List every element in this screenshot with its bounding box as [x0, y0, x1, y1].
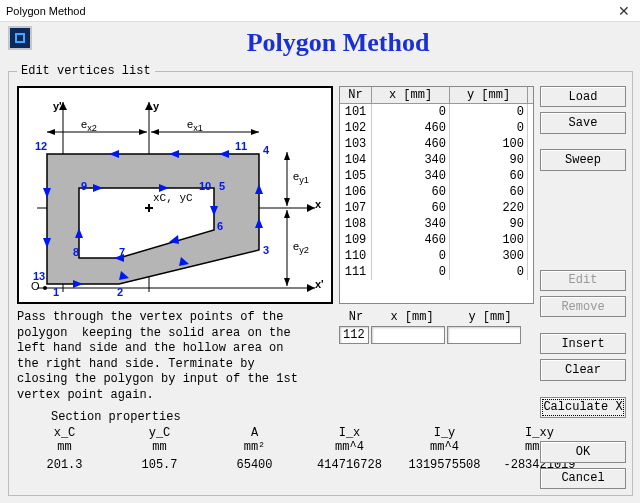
vertex-num: 2	[117, 286, 123, 298]
cell-nr: 101	[340, 104, 372, 120]
table-row[interactable]: 10100	[340, 104, 533, 120]
cell-nr: 105	[340, 168, 372, 184]
cell-x: 0	[372, 104, 450, 120]
cell-y: 0	[450, 264, 528, 280]
ok-button[interactable]: OK	[540, 441, 626, 462]
vertex-num: 9	[81, 180, 87, 192]
inp-hdr-nr: Nr	[339, 310, 373, 324]
svg-marker-20	[284, 278, 290, 286]
input-nr[interactable]	[339, 326, 369, 344]
cell-x: 0	[372, 248, 450, 264]
main-fieldset: Edit vertices list	[8, 64, 633, 496]
cell-y: 100	[450, 136, 528, 152]
clear-button[interactable]: Clear	[540, 359, 626, 380]
col-a: A	[207, 426, 302, 440]
val-xc: 201.3	[17, 458, 112, 472]
cell-y: 0	[450, 104, 528, 120]
table-row[interactable]: 11100	[340, 264, 533, 280]
cell-x: 340	[372, 216, 450, 232]
svg-marker-8	[307, 204, 315, 212]
table-row[interactable]: 1024600	[340, 120, 533, 136]
cancel-button[interactable]: Cancel	[540, 468, 626, 489]
vertex-num: 6	[217, 220, 223, 232]
input-x[interactable]	[371, 326, 445, 344]
edit-button[interactable]: Edit	[540, 270, 626, 291]
cell-y: 0	[450, 120, 528, 136]
svg-marker-6	[145, 102, 153, 110]
vertex-num: 1	[53, 286, 59, 298]
vertex-num: 13	[33, 270, 45, 282]
inp-hdr-x: x [mm]	[373, 310, 451, 324]
cell-nr: 103	[340, 136, 372, 152]
x-label: x	[315, 198, 321, 210]
unit: mm²	[207, 440, 302, 454]
svg-point-2	[43, 286, 47, 290]
val-a: 65400	[207, 458, 302, 472]
remove-button[interactable]: Remove	[540, 296, 626, 317]
vertex-num: 10	[199, 180, 211, 192]
ey1-label: ey1	[293, 170, 309, 185]
table-row[interactable]: 109460100	[340, 232, 533, 248]
vertices-table[interactable]: Nr x [mm] y [mm] 10100102460010346010010…	[339, 86, 534, 304]
cell-nr: 102	[340, 120, 372, 136]
table-row[interactable]: 10434090	[340, 152, 533, 168]
cell-nr: 107	[340, 200, 372, 216]
xprime-label: x'	[315, 278, 324, 290]
cell-y: 60	[450, 184, 528, 200]
cell-y: 220	[450, 200, 528, 216]
vertex-num: 11	[235, 140, 247, 152]
fieldset-legend: Edit vertices list	[17, 64, 155, 78]
cell-x: 60	[372, 184, 450, 200]
cell-x: 460	[372, 120, 450, 136]
close-icon[interactable]: ✕	[610, 2, 638, 20]
page-title: Polygon Method	[36, 28, 640, 58]
ex2-label: ex2	[81, 118, 97, 133]
cell-y: 100	[450, 232, 528, 248]
table-row[interactable]: 1100300	[340, 248, 533, 264]
vertex-num: 8	[73, 246, 79, 258]
load-button[interactable]: Load	[540, 86, 626, 107]
svg-marker-16	[284, 152, 290, 160]
polygon-diagram: y' y x x' ex2 ex1 ey1 ey2 xC, yC O 1 2 3…	[17, 86, 333, 304]
svg-marker-1	[307, 284, 315, 292]
table-row[interactable]: 10760220	[340, 200, 533, 216]
cell-y: 60	[450, 168, 528, 184]
table-header: Nr x [mm] y [mm]	[340, 87, 533, 104]
sweep-button[interactable]: Sweep	[540, 149, 626, 170]
vertex-num: 3	[263, 244, 269, 256]
app-icon	[8, 26, 32, 50]
centroid-label: xC, yC	[153, 192, 193, 204]
input-y[interactable]	[447, 326, 521, 344]
cell-nr: 108	[340, 216, 372, 232]
th-y: y [mm]	[450, 87, 528, 103]
svg-marker-10	[47, 129, 55, 135]
inp-hdr-y: y [mm]	[451, 310, 529, 324]
ey2-label: ey2	[293, 240, 309, 255]
th-x: x [mm]	[372, 87, 450, 103]
cell-x: 460	[372, 232, 450, 248]
cell-nr: 111	[340, 264, 372, 280]
yprime-label: y'	[53, 100, 62, 112]
ex1-label: ex1	[187, 118, 203, 133]
calculate-button[interactable]: Calculate X	[540, 397, 626, 418]
unit: mm	[112, 440, 207, 454]
th-nr: Nr	[340, 87, 372, 103]
vertex-num: 12	[35, 140, 47, 152]
table-row[interactable]: 103460100	[340, 136, 533, 152]
table-row[interactable]: 1066060	[340, 184, 533, 200]
cell-x: 460	[372, 136, 450, 152]
cell-x: 340	[372, 152, 450, 168]
cell-x: 60	[372, 200, 450, 216]
table-row[interactable]: 10834090	[340, 216, 533, 232]
svg-marker-19	[284, 210, 290, 218]
cell-y: 90	[450, 152, 528, 168]
table-row[interactable]: 10534060	[340, 168, 533, 184]
titlebar: Polygon Method ✕	[0, 0, 640, 22]
vertex-num: 5	[219, 180, 225, 192]
cell-nr: 104	[340, 152, 372, 168]
col-xc: x_C	[17, 426, 112, 440]
vertex-num: 4	[263, 144, 269, 156]
save-button[interactable]: Save	[540, 112, 626, 133]
insert-button[interactable]: Insert	[540, 333, 626, 354]
header-row: Polygon Method	[0, 22, 640, 58]
